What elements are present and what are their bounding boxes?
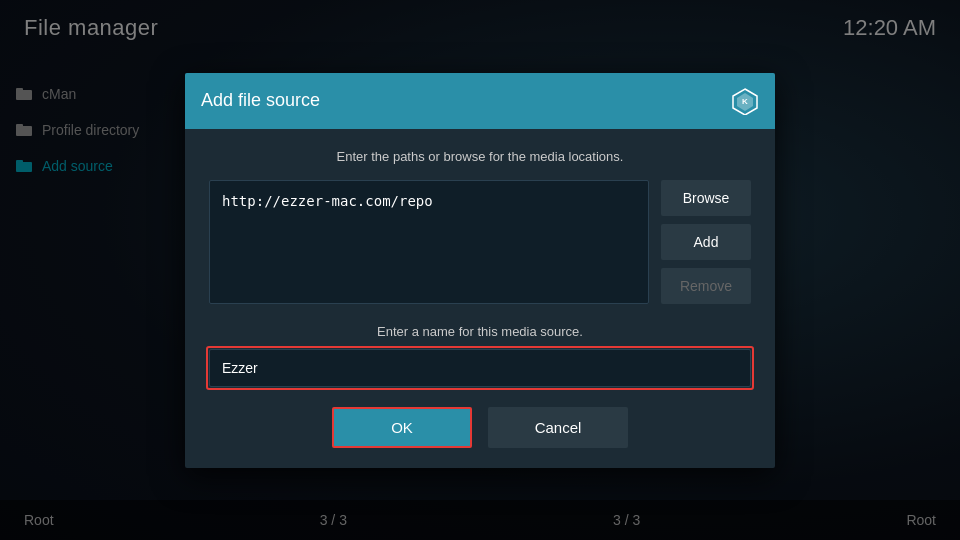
browse-button[interactable]: Browse	[661, 180, 751, 216]
path-textarea[interactable]: http://ezzer-mac.com/repo	[209, 180, 649, 304]
dialog-body: Enter the paths or browse for the media …	[185, 129, 775, 468]
modal-overlay: Add file source K Enter the paths or bro…	[0, 0, 960, 540]
kodi-logo-icon: K	[731, 87, 759, 115]
svg-text:K: K	[742, 97, 748, 106]
add-file-source-dialog: Add file source K Enter the paths or bro…	[185, 73, 775, 468]
dialog-actions: OK Cancel	[209, 407, 751, 448]
cancel-button[interactable]: Cancel	[488, 407, 628, 448]
dialog-header: Add file source K	[185, 73, 775, 129]
name-input[interactable]	[209, 349, 751, 387]
path-buttons: Browse Add Remove	[661, 180, 751, 304]
remove-button[interactable]: Remove	[661, 268, 751, 304]
add-button[interactable]: Add	[661, 224, 751, 260]
name-input-wrapper	[209, 349, 751, 387]
path-section: http://ezzer-mac.com/repo Browse Add Rem…	[209, 180, 751, 304]
path-instruction: Enter the paths or browse for the media …	[209, 149, 751, 164]
dialog-title: Add file source	[201, 90, 320, 111]
ok-button[interactable]: OK	[332, 407, 472, 448]
name-instruction: Enter a name for this media source.	[209, 324, 751, 339]
